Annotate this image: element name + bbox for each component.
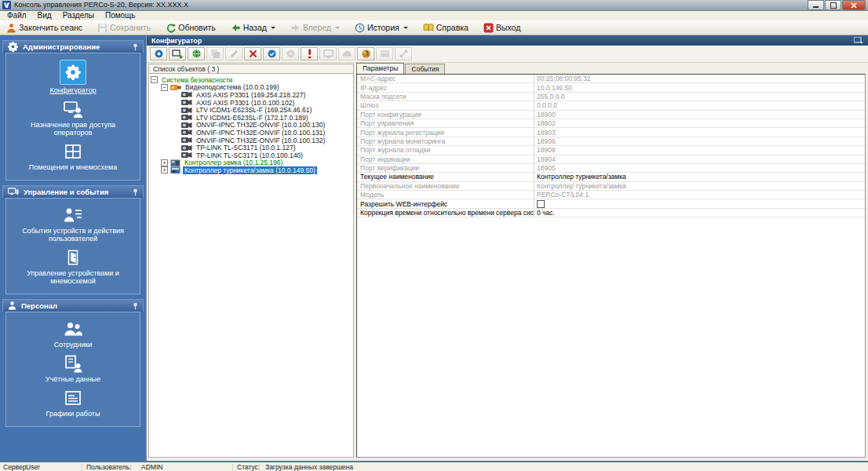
web-interface-button[interactable] (188, 47, 205, 60)
sidebar-section-body: События устройств и действия пользовател… (5, 198, 140, 294)
sidebar-item-label: Помещения и мнемосхема (11, 163, 135, 171)
property-row[interactable]: Разрешить WEB-интерфейс (357, 199, 865, 208)
sidebar-section-body: КонфигураторНазначение прав доступа опер… (5, 53, 140, 181)
tree-node[interactable]: ONVIF-IPNC TH32E-ONVIF (10.0.100.131) (149, 129, 353, 137)
property-row[interactable]: Шлюз0.0.0.0 (357, 101, 865, 110)
property-row[interactable]: Порт журнала мониторинга18906 (357, 137, 865, 146)
property-label: Порт журнала мониторинга (357, 137, 534, 145)
sidebar-section: Управление и событияСобытия устройств и … (0, 185, 146, 294)
window-controls (808, 0, 866, 10)
property-row[interactable]: Порт управления18902 (357, 119, 865, 128)
web-interface-checkbox[interactable] (537, 200, 545, 208)
tree-node[interactable]: +Контроллер турникета/замка (10.0.149.50… (149, 166, 353, 174)
menu-item-4[interactable]: Помощь (100, 11, 141, 20)
titlebar: Консоль управления PERCo-S-20, Версия: X… (0, 0, 868, 11)
tab-parameters[interactable]: Параметры (356, 63, 404, 74)
video-settings-button[interactable] (357, 47, 374, 60)
tree-node[interactable]: LTV ICDM1-E623SL-F (169.254.46.61) (149, 106, 353, 114)
property-label: Текущее наименование (357, 173, 534, 181)
help-button[interactable]: Справка (419, 22, 472, 33)
property-row[interactable]: MAC-адрес00:25:08:00:95:32 (357, 75, 865, 83)
end-session-button[interactable]: Закончить сеанс (2, 22, 86, 34)
monitoring-button (319, 47, 337, 60)
sidebar-item[interactable]: Сотрудники (6, 316, 140, 351)
tree-node[interactable]: ONVIF-IPNC TH32E-ONVIF (10.0.100.132) (149, 137, 353, 144)
tree-node-label: TP-LINK TL-SC3171 (10.0.1.127) (195, 144, 297, 152)
tree-node[interactable]: AXIS AXIS P3301 (10.0.100.102) (149, 99, 353, 107)
menu-item-2[interactable]: Вид (32, 11, 57, 20)
sidebar-section-header[interactable]: Управление и события (2, 185, 144, 198)
tab-events[interactable]: События (405, 64, 445, 74)
close-button[interactable] (842, 0, 866, 10)
end-session-label: Закончить сеанс (19, 23, 82, 32)
property-value: 18908 (534, 146, 865, 154)
sidebar-item[interactable]: Графики работы (6, 385, 140, 420)
property-row[interactable]: IP-адрес10.0.149.50 (357, 83, 865, 92)
tree-node[interactable]: TP-LINK TL-SC3171 (10.0.1.127) (149, 144, 353, 152)
panel-options-icon[interactable] (854, 37, 863, 44)
sidebar-section-header[interactable]: Персонал (2, 299, 144, 312)
dropdown-arrow-icon (335, 27, 340, 29)
history-button[interactable]: История (351, 22, 412, 34)
properties-grid: MAC-адрес00:25:08:00:95:32IP-адрес10.0.1… (356, 74, 866, 458)
tree-node[interactable]: −Видеоподсистема (10.0.0.199) (149, 84, 353, 92)
sidebar-item[interactable]: Учётные данные (6, 351, 140, 385)
collapse-icon[interactable]: − (151, 76, 158, 83)
expand-icon[interactable]: + (161, 159, 168, 166)
sidebar-item[interactable]: Помещения и мнемосхема (6, 139, 140, 173)
property-row[interactable]: Порт верификации18905 (357, 164, 865, 173)
menu-item-1[interactable]: Файл (2, 11, 32, 20)
property-row[interactable]: Текущее наименованиеКонтроллер турникета… (357, 173, 865, 181)
tree-node-label: TP-LINK TL-SC3171 (10.0.100.140) (195, 152, 305, 159)
user-events-icon (60, 205, 86, 225)
property-row[interactable]: Первоначальное наименованиеКонтроллер ту… (357, 182, 865, 191)
property-row[interactable]: Порт конфигурации18900 (357, 111, 865, 119)
menu-item-3[interactable]: Разделы (57, 11, 100, 20)
forward-icon (290, 23, 301, 33)
expand-icon[interactable]: + (161, 166, 168, 173)
delete-button[interactable] (244, 47, 261, 60)
minimize-button[interactable] (808, 0, 824, 10)
verify-device-button[interactable] (263, 47, 280, 60)
sidebar-item-label: События устройств и действия пользовател… (11, 227, 135, 243)
tree-node-label: Контроллер замка (10.1.25.196) (183, 159, 284, 166)
pin-icon (132, 43, 139, 51)
property-value: 18905 (534, 164, 865, 172)
back-icon (231, 23, 241, 33)
tree-node[interactable]: ONVIF-IPNC TH32E-ONVIF (10.0.100.130) (149, 122, 353, 130)
exit-button[interactable]: Выход (480, 22, 524, 34)
rooms-grid-icon (60, 141, 86, 162)
sidebar-item[interactable]: Назначение прав доступа операторов (6, 97, 140, 139)
property-row[interactable]: Маска подсети255.0.0.0 (357, 93, 865, 101)
property-row[interactable]: Коррекция времени относительно времени с… (357, 209, 865, 217)
property-row[interactable]: Порт журнала отладки18908 (357, 146, 865, 155)
alarm-reset-button[interactable] (301, 47, 318, 60)
camera-icon (181, 107, 192, 114)
refresh-button[interactable]: Обновить (162, 22, 220, 34)
property-row[interactable]: МодельPERCo-CT/L04.1 (357, 191, 865, 199)
restore-button (282, 47, 299, 60)
sidebar-item[interactable]: События устройств и действия пользовател… (6, 203, 140, 245)
property-label: Порт верификации (357, 164, 534, 172)
property-value: 18904 (534, 155, 865, 163)
tree-node-label: Контроллер турникета/замка (10.0.149.50) (183, 166, 317, 174)
camera-icon (181, 137, 192, 144)
maximize-button[interactable] (825, 0, 841, 10)
back-button[interactable]: Назад (227, 22, 279, 34)
property-value: 18900 (534, 111, 865, 119)
property-row[interactable]: Порт журнала регистрации18903 (357, 128, 865, 137)
property-label: Порт конфигурации (357, 111, 534, 119)
add-device-button[interactable] (169, 47, 186, 60)
property-label: Маска подсети (357, 93, 534, 100)
sidebar-section-header[interactable]: Администрирование (2, 40, 144, 53)
sidebar-item[interactable]: Конфигуратор (6, 57, 140, 97)
tree-node[interactable]: AXIS AXIS P3301 (169.254.218.227) (149, 91, 353, 99)
collapse-icon[interactable]: − (161, 84, 168, 91)
search-devices-button[interactable] (150, 47, 167, 60)
property-row[interactable]: Порт индикации18904 (357, 155, 865, 164)
server-value: User (26, 463, 40, 471)
tree-node[interactable]: LTV ICDM1-E623SL-F (172.17.0.189) (149, 114, 353, 122)
sidebar-section-body: СотрудникиУчётные данныеГрафики работы (5, 312, 140, 427)
camera-icon (181, 152, 192, 159)
sidebar-item[interactable]: Управление устройствами и мнемосхемой (6, 245, 140, 287)
